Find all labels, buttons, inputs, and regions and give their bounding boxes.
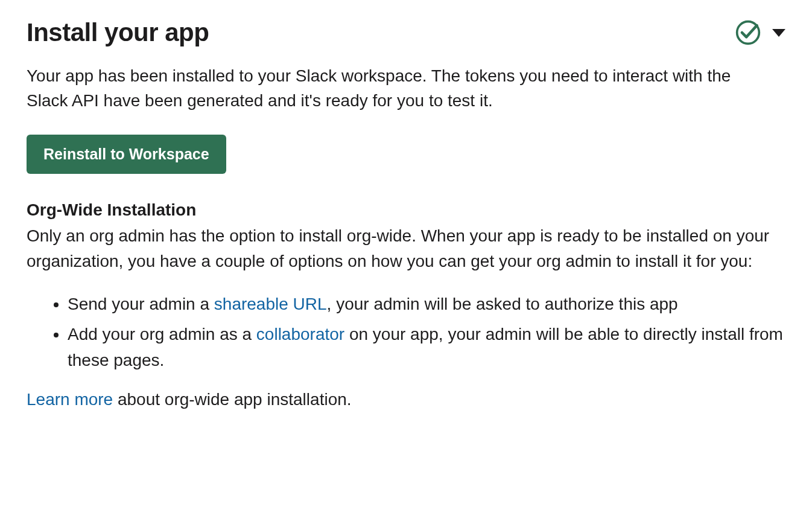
- reinstall-button[interactable]: Reinstall to Workspace: [27, 135, 226, 174]
- list-item-text: Add your org admin as a: [68, 325, 256, 343]
- check-circle-icon: [735, 19, 761, 46]
- orgwide-heading: Org-Wide Installation: [27, 200, 785, 220]
- intro-text: Your app has been installed to your Slac…: [27, 64, 769, 113]
- header-icons: [735, 19, 785, 46]
- footer-text: about org-wide app installation.: [113, 390, 351, 409]
- learn-more-link[interactable]: Learn more: [27, 390, 113, 409]
- shareable-url-link[interactable]: shareable URL: [214, 295, 327, 313]
- list-item-text: Send your admin a: [68, 295, 214, 313]
- list-item-text: , your admin will be asked to authorize …: [327, 295, 678, 313]
- header-row: Install your app: [27, 18, 785, 47]
- orgwide-section: Org-Wide Installation Only an org admin …: [27, 200, 785, 409]
- collaborator-link[interactable]: collaborator: [256, 325, 344, 343]
- orgwide-footer: Learn more about org-wide app installati…: [27, 390, 785, 409]
- orgwide-body: Only an org admin has the option to inst…: [27, 223, 781, 274]
- caret-down-icon[interactable]: [772, 29, 785, 37]
- orgwide-options-list: Send your admin a shareable URL, your ad…: [27, 291, 785, 373]
- list-item: Send your admin a shareable URL, your ad…: [68, 291, 785, 317]
- page-title: Install your app: [27, 18, 209, 47]
- list-item: Add your org admin as a collaborator on …: [68, 321, 785, 374]
